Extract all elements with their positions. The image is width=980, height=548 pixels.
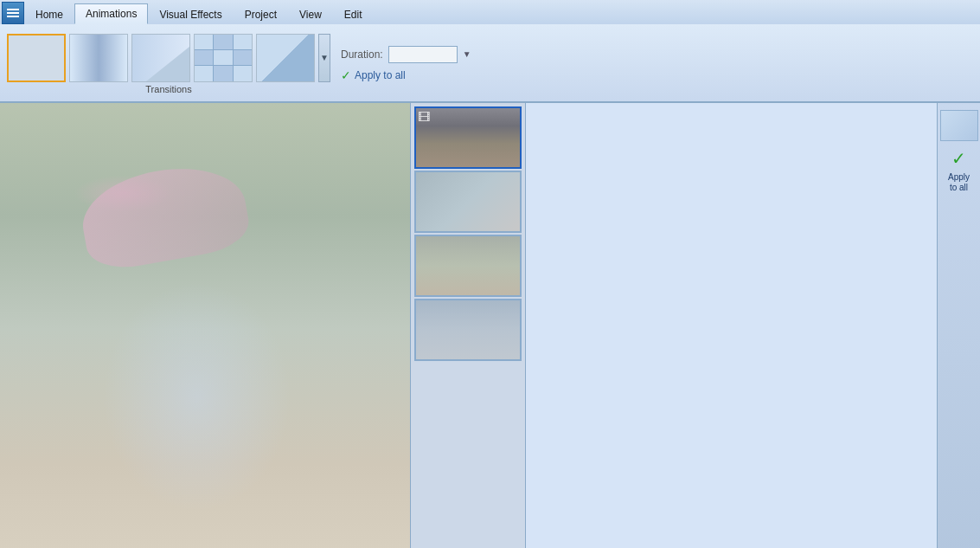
timeline-clip-1[interactable]: 🎞 <box>414 106 522 169</box>
transition-items: ▼ <box>7 34 330 82</box>
apply-all-check-icon: ✓ <box>341 68 351 82</box>
timeline-clip-4[interactable] <box>414 299 522 361</box>
timeline-clip-3[interactable] <box>414 235 522 297</box>
tab-home[interactable]: Home <box>24 3 74 24</box>
transitions-label: Transitions <box>7 82 330 94</box>
duration-section: Duration: ▼ ✓ Apply to all <box>341 46 471 82</box>
timeline-clip-2[interactable] <box>414 171 522 233</box>
main-content: 00:02.03 / 00:46.00 ⛶ ⏮ ▶ ⏭ 🎞 <box>0 103 980 548</box>
apply-all-label: Apply to all <box>355 69 406 81</box>
duration-row: Duration: ▼ <box>341 46 471 63</box>
video-preview: 00:02.03 / 00:46.00 ⛶ ⏮ ▶ ⏭ <box>0 103 411 548</box>
film-strip-icon: 🎞 <box>418 110 430 124</box>
apply-check-icon: ✓ <box>951 148 966 169</box>
tab-visual-effects[interactable]: Visual Effects <box>148 3 233 24</box>
apply-panel: ✓ Applyto all <box>937 103 980 548</box>
apply-label[interactable]: Applyto all <box>948 172 970 193</box>
video-frame <box>0 103 410 548</box>
transitions-scroll-btn[interactable]: ▼ <box>318 34 330 82</box>
ribbon-animations-content: ▼ Transitions Duration: ▼ ✓ Apply to all <box>0 24 980 102</box>
apply-to-all-btn[interactable]: ✓ Apply to all <box>341 68 471 82</box>
transition-thumb-corner[interactable] <box>256 34 315 82</box>
transition-thumb-fade[interactable] <box>69 34 128 82</box>
ribbon: Home Animations Visual Effects Project V… <box>0 0 980 103</box>
tab-view[interactable]: View <box>288 3 333 24</box>
panel-right: None Automatic <box>526 103 937 548</box>
svg-rect-0 <box>7 9 19 10</box>
duration-dropdown-icon[interactable]: ▼ <box>463 49 471 59</box>
svg-rect-1 <box>7 12 19 14</box>
tab-animations[interactable]: Animations <box>74 3 148 24</box>
video-image <box>0 103 410 548</box>
svg-rect-2 <box>7 16 19 17</box>
duration-input[interactable] <box>388 46 458 63</box>
timeline-strip: 🎞 <box>411 103 526 548</box>
transitions-group: ▼ Transitions <box>7 34 330 94</box>
app-menu-button[interactable] <box>2 2 24 24</box>
transition-thumb-none[interactable] <box>7 34 66 82</box>
duration-label: Duration: <box>341 48 383 61</box>
apply-top-thumb <box>940 110 978 141</box>
transition-thumb-diagonal[interactable] <box>131 34 190 82</box>
ribbon-tab-bar: Home Animations Visual Effects Project V… <box>0 0 980 24</box>
tab-project[interactable]: Project <box>234 3 288 24</box>
tab-edit[interactable]: Edit <box>333 3 374 24</box>
transition-thumb-tiles[interactable] <box>194 34 253 82</box>
